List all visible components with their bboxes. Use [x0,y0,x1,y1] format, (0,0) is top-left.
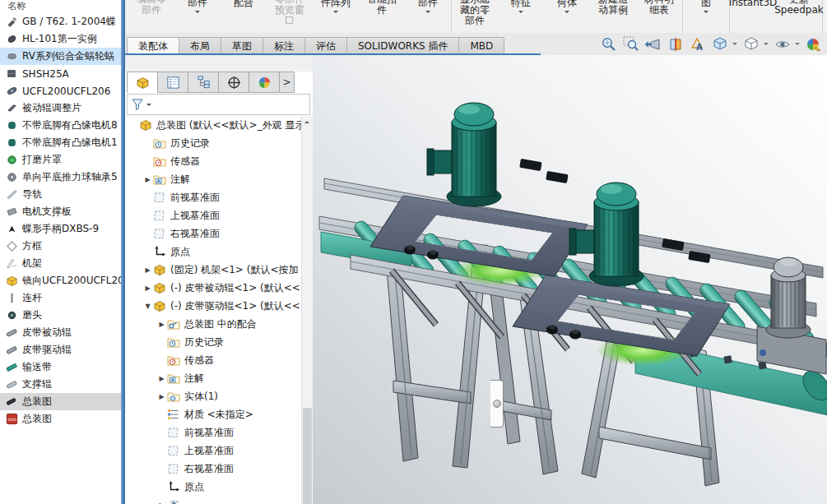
viewport-3d-model[interactable] [313,55,827,504]
display-manager-tab[interactable] [249,72,280,93]
file-list-item[interactable]: 不带底脚有凸缘电机8 [0,117,121,134]
expand-arrow-icon[interactable]: ▶ [156,502,167,504]
feature-tree-item[interactable]: 前视基准面 [125,423,302,442]
chevron-down-icon[interactable] [795,43,800,48]
command-tab[interactable]: 装配体 [127,37,179,55]
command-tab[interactable]: 草图 [221,37,263,55]
file-list-item[interactable]: 支撑辊 [0,376,121,393]
ribbon-button[interactable]: Instant3D [730,0,776,33]
zoom-to-fit-icon[interactable] [599,35,619,54]
feature-tree-item[interactable]: 上视基准面 [125,442,302,460]
chevron-down-icon[interactable] [732,43,737,48]
feature-tree-item[interactable]: ▶ [125,496,302,504]
feature-tree-item[interactable]: 传感器 [125,351,302,369]
feature-tree-item[interactable]: 前视基准面 [125,188,302,206]
file-list-item[interactable]: UCFL200UCFL206 [0,82,121,99]
file-list-item[interactable]: 蝶形手柄DXBS-9 [0,220,121,238]
feature-tree-item[interactable]: 历史记录 [125,134,302,152]
feature-tree-item[interactable]: ▶ 总装图 中的配合 [125,315,302,333]
feature-tree-item[interactable]: 原点 [125,478,302,496]
ribbon-button[interactable]: 智能扣 件 [359,0,405,33]
feature-tree-item[interactable]: 材质 <未指定> [125,405,302,423]
file-list-item[interactable]: 镜向UCFL200UCFL20 [0,272,121,289]
zoom-to-area-icon[interactable] [621,35,641,54]
command-tab[interactable]: MBD [458,37,504,55]
ribbon-button[interactable]: 零部件 预览窗 口 [267,0,313,33]
tabs-overflow-arrow[interactable]: > [279,72,295,93]
command-tab[interactable]: SOLIDWORKS 插件 [346,37,459,55]
ribbon-button[interactable]: 新建运 动算例 [590,0,636,33]
feature-tree-item[interactable]: 原点 [125,243,302,261]
file-list-item[interactable]: 被动辊调整片 [0,99,121,117]
ribbon-button[interactable]: 显示隐 藏的零 部件 [452,0,498,33]
file-list-item[interactable]: 方框 [0,238,121,255]
ribbon-button[interactable]: 图 [683,0,730,33]
file-list-item[interactable]: GB / T62. 1-2004蝶 [0,13,121,30]
file-list-item[interactable]: 总装图 [0,393,121,410]
feature-tree-item[interactable]: ▶ A 注解 [125,170,302,188]
section-view-icon[interactable] [666,35,685,54]
tree-scrollbar[interactable] [301,116,313,504]
tree-filter-bar[interactable] [127,94,310,115]
ribbon-button[interactable]: 材料明 细表 [636,0,683,33]
configuration-manager-tab[interactable] [188,72,219,93]
file-list-item[interactable]: 机架 [0,255,121,272]
file-list-item[interactable]: 皮带被动辊 [0,324,121,341]
command-tab[interactable]: 标注 [263,37,305,55]
file-list-item[interactable]: 磨头 [0,307,121,324]
featuremanager-tree-tab[interactable] [127,72,158,93]
ribbon-button[interactable]: 部件 [405,0,452,33]
file-list-item[interactable]: SHSH25A [0,65,121,82]
file-list-item[interactable]: 不带底脚有凸缘电机1 [0,134,121,151]
ribbon-button[interactable]: 部件 [174,0,221,33]
feature-tree-item[interactable]: ▼ (-) 皮带驱动辊<1> (默认<< [125,297,302,315]
feature-tree-item[interactable]: 右视基准面 [125,460,302,478]
feature-tree-item[interactable]: ▶ (固定) 机架<1> (默认<按加 [125,261,302,279]
file-list-item[interactable]: 导轨 [0,186,121,203]
feature-tree-item[interactable]: 上视基准面 [125,206,302,224]
annotation-view-icon[interactable]: A [688,35,708,54]
file-list-item[interactable]: 电机支撑板 [0,203,121,220]
ribbon-button[interactable]: 配合 [221,0,267,33]
file-list-item[interactable]: 输送带 [0,358,121,376]
previous-view-icon[interactable] [643,35,663,54]
graphics-viewport[interactable] [313,55,827,504]
ribbon-button[interactable]: 拍快照 [823,0,827,33]
feature-tree-item[interactable]: ▶ A 注解 [125,369,302,387]
ribbon-button[interactable]: 更新 Speedpak [776,0,823,33]
feature-tree-item[interactable]: 总装图 (默认<<默认>_外观 显示 [125,116,302,134]
expand-arrow-icon[interactable]: ▶ [156,393,167,400]
dimxpert-manager-tab[interactable] [218,72,249,93]
expand-arrow-icon[interactable]: ▶ [156,375,167,382]
feature-tree-item[interactable]: 传感器 [125,152,302,170]
file-list-item[interactable]: 连杆 [0,289,121,307]
file-list-item[interactable]: 打磨片罩 [0,151,121,169]
file-list-item[interactable]: RV系列铝合金蜗轮蜗 [0,48,121,65]
ribbon-button[interactable]: 何体 [544,0,590,33]
scrollbar-thumb[interactable] [303,408,312,504]
hide-show-items-icon[interactable] [773,35,792,54]
feature-tree-item[interactable]: ▶ (-) 皮带被动辊<1> (默认<< [125,279,302,297]
file-list-item[interactable]: 皮带驱动辊 [0,341,121,358]
scroll-up-arrow-icon[interactable] [304,118,309,123]
file-list-item[interactable]: 2020 总装图 [0,410,121,428]
expand-arrow-icon[interactable]: ▶ [142,176,153,183]
panel-collapse-handle[interactable] [490,380,504,428]
ribbon-button[interactable]: 件阵列 [313,0,359,33]
feature-tree-item[interactable]: 历史记录 [125,333,302,351]
expand-arrow-icon[interactable]: ▶ [142,266,153,274]
property-manager-tab[interactable] [157,72,188,93]
command-tab[interactable]: 评估 [304,37,347,55]
display-style-icon[interactable] [741,35,761,54]
feature-tree-item[interactable]: 右视基准面 [125,224,302,243]
command-tab[interactable]: 布局 [179,37,221,55]
expand-arrow-icon[interactable]: ▶ [156,321,167,328]
edit-appearance-icon[interactable] [804,35,824,54]
ribbon-button[interactable]: 编辑零 部件 [128,0,174,33]
file-list-item[interactable]: HL-101第一实例 [0,30,121,48]
expand-arrow-icon[interactable]: ▼ [142,303,153,310]
file-list-item[interactable]: 单向平底推力球轴承5 [0,169,121,186]
chevron-down-icon[interactable] [764,43,769,48]
expand-arrow-icon[interactable]: ▶ [142,284,153,292]
feature-tree-item[interactable]: ▶ 实体(1) [125,387,302,405]
